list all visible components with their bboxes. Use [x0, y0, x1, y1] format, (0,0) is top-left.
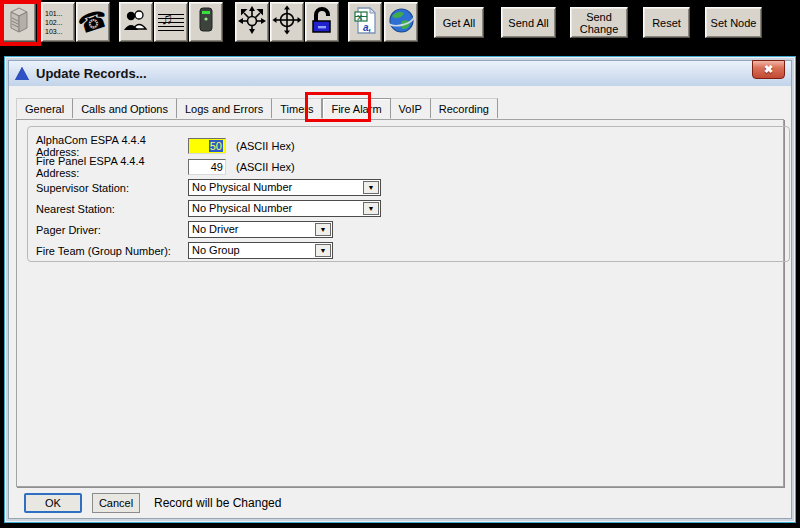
svg-text:X: X: [357, 13, 363, 22]
cancel-button[interactable]: Cancel: [92, 493, 140, 513]
field-row: AlphaCom ESPA 4.4.4 Address: 50 (ASCII H…: [36, 137, 789, 154]
fire-panel-espa-address-input[interactable]: 49: [188, 159, 226, 175]
supervisor-station-select[interactable]: No Physical Number ▼: [188, 179, 381, 196]
chevron-down-icon[interactable]: ▼: [363, 202, 379, 215]
get-all-button[interactable]: Get All: [434, 7, 484, 38]
toolbar-button-handset[interactable]: ☎: [76, 2, 110, 42]
toolbar-button-lock[interactable]: [305, 2, 339, 42]
crosshair-arrows-icon: [272, 5, 302, 39]
alphacom-espa-address-value: 50: [209, 140, 223, 152]
open-lock-icon: [310, 7, 334, 38]
ascii-hex-label: (ASCII Hex): [236, 161, 295, 173]
status-text: Record will be Changed: [154, 496, 281, 510]
supervisor-station-value: No Physical Number: [189, 180, 362, 195]
reset-button[interactable]: Reset: [643, 7, 690, 38]
send-change-button[interactable]: Send Change: [570, 7, 628, 38]
distribute-arrows-icon: [237, 5, 267, 39]
toolbar-button-excel-export[interactable]: X a,: [348, 2, 382, 42]
fire-alarm-group-box: AlphaCom ESPA 4.4.4 Address: 50 (ASCII H…: [27, 126, 790, 262]
toolbar-button-station-list[interactable]: 101... 102... 103...: [41, 2, 75, 42]
ok-button[interactable]: OK: [24, 493, 82, 513]
update-records-dialog: Update Records... ✖ General Calls and Op…: [4, 56, 796, 523]
tab-voip[interactable]: VoIP: [391, 98, 431, 118]
svg-text:a,: a,: [363, 22, 371, 33]
toolbar-button-music[interactable]: ♫: [154, 2, 188, 42]
fire-panel-espa-address-label: Fire Panel ESPA 4.4.4 Address:: [36, 155, 188, 179]
dialog-body: General Calls and Options Logs and Error…: [8, 86, 792, 519]
handset-icon: ☎: [76, 6, 110, 38]
fire-team-value: No Group: [189, 243, 314, 258]
globe-icon: [388, 7, 415, 38]
ascii-hex-label: (ASCII Hex): [236, 140, 295, 152]
fire-alarm-tab-page: AlphaCom ESPA 4.4.4 Address: 50 (ASCII H…: [16, 119, 784, 487]
tab-general[interactable]: General: [16, 98, 73, 118]
nearest-station-value: No Physical Number: [189, 201, 362, 216]
chevron-down-icon[interactable]: ▼: [315, 244, 331, 257]
toolbar-button-crosshair[interactable]: [270, 2, 304, 42]
node-server-icon: [7, 6, 31, 38]
tab-timers[interactable]: Timers: [272, 98, 322, 118]
excel-export-icon: X a,: [354, 7, 377, 38]
pager-driver-value: No Driver: [189, 222, 314, 237]
tab-logs-and-errors[interactable]: Logs and Errors: [177, 98, 272, 118]
dialog-titlebar[interactable]: Update Records... ✖: [8, 60, 792, 86]
music-notes-icon: ♫: [158, 14, 184, 31]
fire-team-select[interactable]: No Group ▼: [188, 242, 333, 259]
toolbar-button-intercom[interactable]: [189, 2, 223, 42]
tab-calls-and-options[interactable]: Calls and Options: [73, 98, 177, 118]
fire-team-label: Fire Team (Group Number):: [36, 245, 188, 257]
tab-strip: General Calls and Options Logs and Error…: [16, 98, 498, 118]
dialog-footer: OK Cancel Record will be Changed: [9, 488, 791, 518]
send-all-button[interactable]: Send All: [501, 7, 556, 38]
dialog-title: Update Records...: [36, 66, 147, 81]
alphacom-espa-address-input[interactable]: 50: [188, 138, 226, 154]
intercom-station-icon: [197, 6, 215, 38]
tab-fire-alarm[interactable]: Fire Alarm: [322, 98, 390, 119]
tab-recording[interactable]: Recording: [431, 98, 498, 118]
chevron-down-icon[interactable]: ▼: [315, 223, 331, 236]
field-row: Supervisor Station: No Physical Number ▼: [36, 179, 789, 196]
field-row: Pager Driver: No Driver ▼: [36, 221, 789, 238]
field-row: Nearest Station: No Physical Number ▼: [36, 200, 789, 217]
field-row: Fire Panel ESPA 4.4.4 Address: 49 (ASCII…: [36, 158, 789, 175]
fire-panel-espa-address-value: 49: [211, 161, 223, 173]
nearest-station-label: Nearest Station:: [36, 203, 188, 215]
station-list-icon: 101... 102... 103...: [42, 9, 74, 36]
toolbar-button-users[interactable]: [119, 2, 153, 42]
pager-driver-select[interactable]: No Driver ▼: [188, 221, 333, 238]
toolbar-button-globe[interactable]: [384, 2, 418, 42]
chevron-down-icon[interactable]: ▼: [363, 181, 379, 194]
close-icon: ✖: [764, 63, 773, 76]
toolbar-button-node-server[interactable]: [2, 2, 36, 42]
pager-driver-label: Pager Driver:: [36, 224, 188, 236]
field-row: Fire Team (Group Number): No Group ▼: [36, 242, 789, 259]
users-icon: [123, 9, 149, 35]
app-icon: [15, 67, 29, 80]
close-button[interactable]: ✖: [752, 60, 785, 79]
toolbar: 101... 102... 103... ☎ ♫: [0, 0, 800, 48]
supervisor-station-label: Supervisor Station:: [36, 182, 188, 194]
set-node-button[interactable]: Set Node: [705, 7, 762, 38]
toolbar-button-distribute[interactable]: [235, 2, 269, 42]
nearest-station-select[interactable]: No Physical Number ▼: [188, 200, 381, 217]
